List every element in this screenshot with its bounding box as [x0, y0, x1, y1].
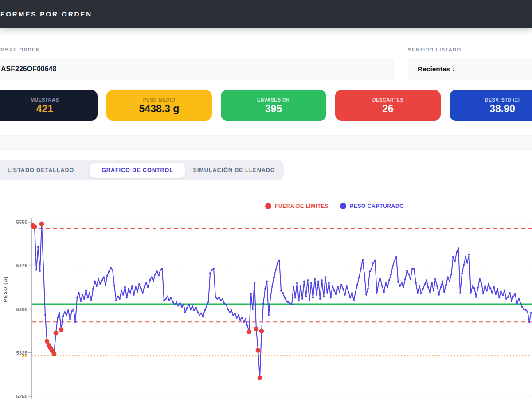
control-chart: 555054755400532552503σ	[0, 195, 532, 399]
data-point-marker	[227, 308, 229, 310]
data-point-marker	[456, 251, 458, 253]
data-point-marker	[404, 278, 406, 280]
outlier-point-marker	[52, 352, 57, 356]
data-point-marker	[232, 314, 234, 316]
data-point-marker	[99, 283, 101, 285]
data-point-marker	[525, 309, 527, 311]
data-point-marker	[271, 285, 273, 287]
data-point-marker	[184, 311, 186, 313]
data-point-marker	[330, 297, 332, 298]
data-point-marker	[87, 297, 89, 298]
data-point-marker	[426, 279, 427, 281]
data-point-marker	[108, 270, 110, 272]
data-point-marker	[106, 274, 108, 276]
data-point-marker	[415, 282, 417, 284]
data-point-marker	[316, 294, 317, 296]
data-point-marker	[298, 300, 300, 301]
data-point-marker	[188, 304, 190, 305]
data-point-marker	[470, 292, 472, 294]
data-point-marker	[165, 298, 167, 300]
data-point-marker	[186, 307, 188, 309]
data-point-marker	[449, 281, 450, 282]
data-point-marker	[262, 302, 264, 304]
data-point-marker	[372, 262, 374, 264]
data-point-marker	[440, 286, 442, 288]
data-point-marker	[427, 286, 429, 288]
sort-select[interactable]: Recientes ↓	[408, 58, 532, 80]
data-point-marker	[493, 286, 495, 288]
data-point-marker	[57, 317, 59, 318]
data-point-marker	[160, 269, 161, 270]
data-point-marker	[364, 274, 365, 275]
data-point-marker	[489, 287, 491, 289]
data-point-marker	[520, 302, 521, 304]
data-point-marker	[71, 310, 73, 312]
data-point-marker	[193, 309, 195, 311]
data-point-marker	[76, 297, 78, 298]
data-point-marker	[482, 293, 484, 294]
data-point-marker	[206, 305, 207, 307]
data-point-marker	[332, 285, 333, 287]
data-point-marker	[142, 292, 144, 294]
data-point-marker	[105, 284, 106, 286]
data-point-marker	[392, 265, 394, 266]
data-point-marker	[222, 298, 223, 300]
outlier-point-marker	[39, 222, 44, 227]
data-point-marker	[289, 302, 291, 304]
data-point-marker	[215, 296, 216, 298]
data-point-marker	[174, 304, 176, 305]
data-point-marker	[514, 293, 516, 295]
data-point-marker	[465, 256, 466, 258]
data-point-marker	[438, 294, 440, 296]
tab-listado-detallado[interactable]: LISTADO DETALLADO	[0, 163, 88, 178]
data-point-marker	[390, 274, 392, 275]
data-point-marker	[458, 247, 459, 249]
data-point-marker	[176, 301, 177, 303]
data-point-marker	[119, 298, 121, 300]
data-point-marker	[277, 262, 278, 264]
data-point-marker	[403, 286, 404, 288]
tab-gr-fico-de-control[interactable]: GRÁFICO DE CONTROL	[90, 163, 185, 178]
data-point-marker	[280, 290, 282, 292]
axis-tick-label: 5550	[16, 219, 27, 225]
data-point-marker	[278, 259, 280, 261]
tab-simulaci-n-de-llenado[interactable]: SIMULACIÓN DE LLENADO	[187, 163, 282, 178]
data-point-marker	[323, 296, 325, 297]
data-point-marker	[131, 285, 133, 287]
data-point-marker	[183, 304, 184, 305]
data-point-marker	[282, 292, 284, 294]
data-point-marker	[73, 308, 74, 310]
data-point-marker	[325, 276, 326, 278]
data-point-marker	[161, 268, 163, 270]
data-point-marker	[69, 318, 71, 320]
data-point-marker	[170, 297, 172, 298]
data-point-marker	[147, 286, 149, 288]
axis-tick-label: 5475	[16, 263, 27, 268]
outlier-point-marker	[254, 327, 259, 332]
data-point-marker	[431, 282, 433, 284]
data-point-marker	[179, 302, 181, 304]
data-point-marker	[266, 281, 268, 282]
data-point-marker	[296, 282, 298, 284]
weight-series-line	[33, 224, 531, 378]
data-point-marker	[200, 313, 202, 314]
data-point-marker	[39, 270, 41, 272]
data-point-marker	[74, 321, 76, 323]
data-point-marker	[94, 281, 96, 282]
data-point-marker	[314, 278, 316, 280]
data-point-marker	[204, 309, 206, 311]
data-point-marker	[145, 282, 147, 284]
data-point-marker	[348, 291, 349, 293]
data-point-marker	[245, 318, 246, 320]
data-point-marker	[381, 285, 383, 287]
data-point-marker	[486, 290, 488, 292]
axis-tick-label: 5250	[16, 394, 27, 399]
data-point-marker	[293, 286, 294, 287]
data-point-marker	[378, 282, 379, 284]
data-point-marker	[113, 285, 115, 287]
order-name-input[interactable]	[0, 58, 395, 80]
data-point-marker	[369, 270, 371, 272]
data-point-marker	[445, 284, 447, 286]
data-point-marker	[67, 309, 69, 311]
data-point-marker	[236, 317, 238, 319]
